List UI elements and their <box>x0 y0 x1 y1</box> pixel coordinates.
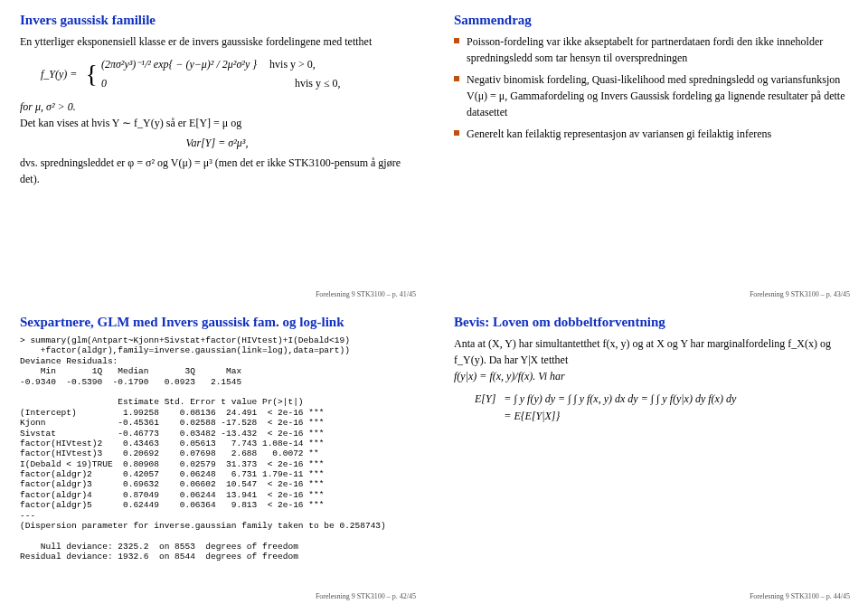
bullet-text: Poisson-fordeling var ikke akseptabelt f… <box>467 33 848 66</box>
bullet-text: Generelt kan feilaktig representasjon av… <box>467 126 771 142</box>
eq-case: 0 <box>101 77 282 90</box>
bullet-item: Generelt kan feilaktig representasjon av… <box>454 126 848 142</box>
bullet-icon <box>454 76 459 81</box>
paragraph: dvs. spredningsleddet er φ = σ² og V(μ) … <box>20 155 414 187</box>
paragraph: Anta at (X, Y) har simultantetthet f(x, … <box>454 335 848 368</box>
page-footer: Forelesning 9 STK3100 – p. 44/45 <box>750 592 850 600</box>
slide-title: Invers gaussisk familile <box>20 13 414 28</box>
bullet-item: Poisson-fordeling var ikke akseptabelt f… <box>454 33 848 66</box>
code-output: > summary(glm(Antpart~Kjonn+Sivstat+fact… <box>20 335 414 562</box>
slide-43: Sammendrag Poisson-fordeling var ikke ak… <box>434 0 868 302</box>
eq-case: (2πσ²y³)⁻¹/² exp{ − (y−μ)² / 2μ²σ²y } <box>101 58 257 71</box>
page-footer: Forelesning 9 STK3100 – p. 41/45 <box>316 290 416 298</box>
paragraph: En ytterliger eksponensiell klasse er de… <box>20 33 414 50</box>
page-footer: Forelesning 9 STK3100 – p. 43/45 <box>750 290 850 298</box>
eq-lhs: f_Y(y) = <box>40 57 82 91</box>
slide-title: Sexpartnere, GLM med Invers gaussisk fam… <box>20 315 414 330</box>
page-footer: Forelesning 9 STK3100 – p. 42/45 <box>316 592 416 600</box>
slide-title: Sammendrag <box>454 13 848 28</box>
eq-cond: hvis y ≤ 0, <box>295 77 341 90</box>
bullet-icon <box>454 38 459 43</box>
equation: f_Y(y) = { (2πσ²y³)⁻¹/² exp{ − (y−μ)² / … <box>38 55 414 93</box>
slide-42: Sexpartnere, GLM med Invers gaussisk fam… <box>0 302 434 604</box>
slide-title: Bevis: Loven om dobbeltforventning <box>454 315 848 330</box>
eq-rhs: = ∫ y f(y) dy = ∫ ∫ y f(x, y) dx dy = ∫ … <box>503 392 737 407</box>
paragraph: Det kan vises at hvis Y ∼ f_Y(y) så er E… <box>20 115 414 131</box>
equation: Var[Y] = σ²μ³, <box>20 135 414 151</box>
equation: E[Y] = ∫ y f(y) dy = ∫ ∫ y f(x, y) dx dy… <box>472 390 848 426</box>
slide-44: Bevis: Loven om dobbeltforventning Anta … <box>434 302 868 604</box>
bullet-icon <box>454 130 459 136</box>
eq-lhs: E[Y] <box>474 392 501 407</box>
slide-41: Invers gaussisk familile En ytterliger e… <box>0 0 434 302</box>
eq-rhs: = E{E[Y|X]} <box>503 409 737 424</box>
eq-cond: hvis y > 0, <box>269 58 316 71</box>
paragraph: f(y|x) = f(x, y)/f(x). Vi har <box>454 368 848 384</box>
bullet-item: Negativ binomisk fordeling, Quasi-likeli… <box>454 71 848 120</box>
bullet-text: Negativ binomisk fordeling, Quasi-likeli… <box>467 71 848 120</box>
paragraph: for μ, σ² > 0. <box>20 99 414 115</box>
